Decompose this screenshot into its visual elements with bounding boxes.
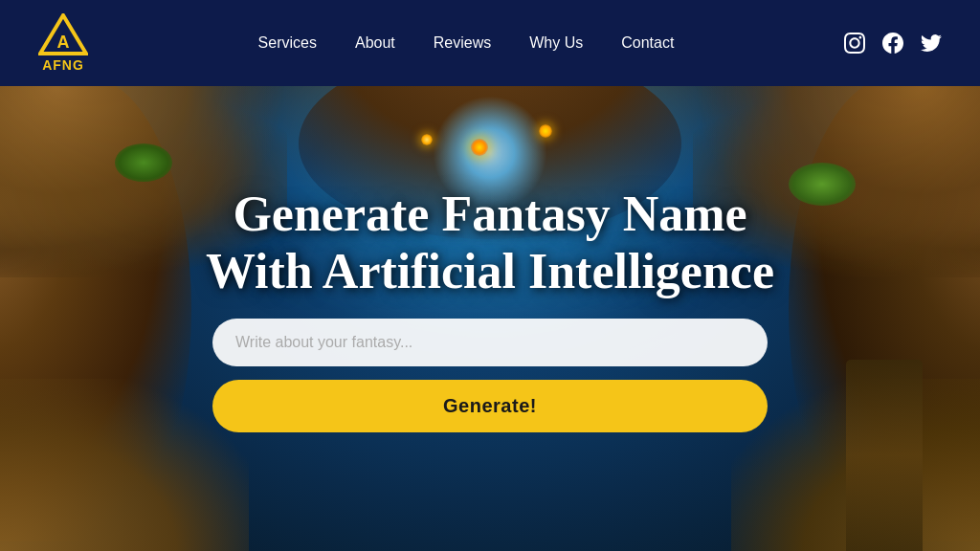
hero-content: Generate Fantasy Name With Artificial In… [0,186,980,433]
fantasy-input[interactable] [212,319,768,366]
nav-item-why-us[interactable]: Why Us [529,34,583,51]
logo-icon: A [38,13,88,55]
nav-item-contact[interactable]: Contact [621,34,674,51]
hero-title: Generate Fantasy Name With Artificial In… [206,186,774,300]
generate-button[interactable]: Generate! [212,380,768,432]
hero-section: Generate Fantasy Name With Artificial In… [0,86,980,551]
nav-item-reviews[interactable]: Reviews [434,34,491,51]
twitter-icon[interactable] [921,33,942,54]
nav-links: Services About Reviews Why Us Contact [258,34,675,52]
lantern-1 [471,139,488,156]
logo-text: AFNG [42,57,84,73]
social-icons [844,33,942,54]
nav-item-about[interactable]: About [355,34,395,51]
logo[interactable]: A AFNG [38,13,88,73]
hero-input-area: Generate! [212,319,768,432]
instagram-icon[interactable] [844,33,865,54]
nav-item-services[interactable]: Services [258,34,317,51]
navbar: A AFNG Services About Reviews Why Us Con… [0,0,980,86]
foliage-left [115,143,172,182]
svg-text:A: A [57,33,70,52]
facebook-icon[interactable] [882,33,903,54]
